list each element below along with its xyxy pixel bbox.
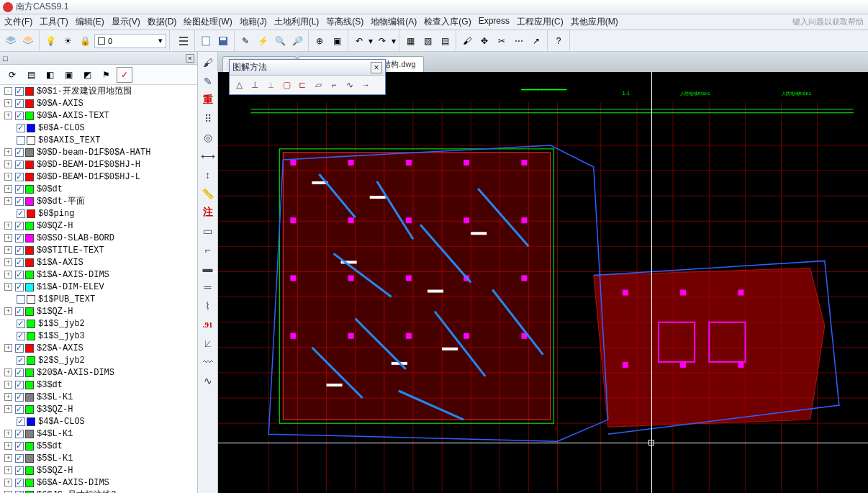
layer-row[interactable]: $1$S_jyb2: [0, 317, 197, 330]
layers2-icon[interactable]: [20, 33, 36, 49]
layer-row[interactable]: +$3$dt: [0, 379, 197, 391]
layer-row[interactable]: +$1$A-AXIS: [0, 256, 197, 268]
panel-close-icon[interactable]: ×: [186, 54, 194, 63]
tree-expand-icon[interactable]: +: [4, 479, 12, 487]
undo-icon[interactable]: ↶: [351, 33, 367, 49]
layer-color-swatch[interactable]: [25, 405, 34, 414]
layer-visibility-checkbox[interactable]: [15, 160, 24, 169]
layer-visibility-checkbox[interactable]: [15, 283, 24, 291]
menu-item[interactable]: 工程应用(C): [517, 16, 564, 28]
layer-visibility-checkbox[interactable]: [15, 466, 24, 475]
redo-icon[interactable]: ↷: [374, 33, 390, 49]
layer-row[interactable]: $4$A-CLOS: [0, 415, 197, 428]
vtool-ruler-icon[interactable]: 📏: [200, 186, 216, 202]
hatch-sq2-icon[interactable]: ⊏: [296, 78, 309, 91]
layer-color-swatch[interactable]: [25, 148, 34, 157]
layer-row[interactable]: +$5$QZ-H: [0, 464, 197, 476]
layer-visibility-checkbox[interactable]: [15, 381, 24, 389]
arrow-icon[interactable]: ↗: [528, 33, 544, 49]
dash-icon[interactable]: ⋯: [511, 33, 527, 49]
layer-visibility-checkbox[interactable]: [15, 173, 24, 181]
save-icon[interactable]: [215, 33, 231, 49]
lock-icon[interactable]: 🔒: [77, 33, 93, 49]
target-icon[interactable]: ⊕: [312, 33, 327, 49]
layer-color-swatch[interactable]: [25, 173, 34, 181]
layer-visibility-checkbox[interactable]: [17, 356, 25, 365]
layer-row[interactable]: +$0$D-BEAM-D1F$0$HJ-L: [0, 171, 197, 183]
layer-row[interactable]: +$3$QZ-H: [0, 403, 197, 415]
layer-color-swatch[interactable]: [25, 368, 34, 377]
layer-row[interactable]: +$1$A-AXIS-DIMS: [0, 268, 197, 281]
layer-color-swatch[interactable]: [25, 344, 34, 353]
layer-tree[interactable]: -$0$1-开发建设用地范围+$0$A-AXIS+$0$A-AXIS-TEXT$…: [0, 85, 197, 493]
layer-row[interactable]: +$0$dt-平面: [0, 195, 197, 207]
dialog-titlebar[interactable]: 图解方法 ×: [230, 60, 385, 76]
sun-icon[interactable]: ☀: [60, 33, 76, 49]
menu-item[interactable]: 绘图处理(W): [184, 16, 232, 28]
tree-expand-icon[interactable]: +: [4, 344, 12, 352]
layer-row[interactable]: -$0$1-开发建设用地范围: [0, 85, 197, 97]
layer-color-swatch[interactable]: [25, 234, 34, 243]
layer-row[interactable]: $0$A-CLOS: [0, 122, 197, 134]
menu-item[interactable]: 编辑(E): [76, 16, 104, 28]
layer-row[interactable]: +$6$A-AXIS-DIMS: [0, 476, 197, 489]
layer-color-swatch[interactable]: [25, 271, 34, 279]
layer-visibility-checkbox[interactable]: [15, 271, 24, 279]
layer-row[interactable]: $0$AXIS_TEXT: [0, 134, 197, 146]
layer-row[interactable]: +$3$L-K1: [0, 391, 197, 403]
layer-visibility-checkbox[interactable]: [15, 368, 24, 377]
zoom-in-icon[interactable]: 🔍: [272, 33, 288, 49]
vtool-hmeasure-icon[interactable]: ⟷: [200, 148, 216, 164]
vtool-para-icon[interactable]: ═: [200, 279, 216, 295]
layer-visibility-checkbox[interactable]: [15, 112, 24, 120]
help-icon[interactable]: ?: [551, 33, 566, 49]
layer-visibility-checkbox[interactable]: [15, 479, 24, 487]
layer-color-swatch[interactable]: [25, 99, 34, 108]
layer-row[interactable]: +$6$JG-尺寸标注线3: [0, 489, 197, 493]
layer-visibility-checkbox[interactable]: [15, 234, 24, 243]
tree-expand-icon[interactable]: +: [4, 430, 12, 438]
vtool-grid-icon[interactable]: ⠿: [200, 111, 216, 127]
layer-visibility-checkbox[interactable]: [17, 417, 25, 426]
hatch-line2-icon[interactable]: ⟂: [264, 78, 277, 91]
layer-row[interactable]: $2$S_jyb2: [0, 354, 197, 366]
layer-row[interactable]: +$0$A-AXIS: [0, 97, 197, 109]
layer-row[interactable]: +$0$QZ-H: [0, 220, 197, 232]
layer-visibility-checkbox[interactable]: [15, 430, 24, 438]
layer-visibility-checkbox[interactable]: [17, 136, 25, 145]
tree-expand-icon[interactable]: +: [4, 222, 12, 230]
layer-visibility-checkbox[interactable]: [15, 307, 24, 316]
menu-item[interactable]: 土地利用(L): [274, 16, 320, 28]
layer-color-swatch[interactable]: [25, 442, 34, 451]
grid-icon[interactable]: ▦: [402, 33, 418, 49]
layer-visibility-checkbox[interactable]: [15, 87, 24, 96]
vtool-vmeasure-icon[interactable]: ↕: [200, 167, 216, 183]
vtool-rect-icon[interactable]: ▭: [200, 223, 216, 239]
tree-expand-icon[interactable]: +: [4, 454, 12, 462]
layer-row[interactable]: +$0$D-BEAM-D1F$0$HJ-H: [0, 158, 197, 171]
fit-icon[interactable]: ▣: [329, 33, 345, 49]
layer-row[interactable]: +$2$A-AXIS: [0, 342, 197, 354]
tree-expand-icon[interactable]: +: [4, 148, 12, 156]
layer-color-swatch[interactable]: [25, 393, 34, 402]
vtool-circle-icon[interactable]: ◎: [200, 130, 216, 145]
layer-row[interactable]: $1$S_jyb3: [0, 330, 197, 342]
layer-color-swatch[interactable]: [27, 136, 35, 145]
layer-visibility-checkbox[interactable]: [15, 148, 24, 157]
layer-visibility-checkbox[interactable]: [15, 99, 24, 108]
vtool-wave2-icon[interactable]: ∿: [200, 373, 216, 389]
layer-color-swatch[interactable]: [27, 356, 35, 365]
hatch-method-dialog[interactable]: 图解方法 × △ ⊥ ⟂ ▢ ⊏ ▱ ⌐ ∿ →: [229, 59, 386, 95]
vtool-zhong[interactable]: 重: [200, 92, 216, 108]
tree-expand-icon[interactable]: +: [4, 197, 12, 205]
vtool-pen-icon[interactable]: ✎: [200, 73, 216, 89]
menu-item[interactable]: 地籍(J): [240, 16, 267, 28]
layer-row[interactable]: $1$PUB_TEXT: [0, 293, 197, 305]
layers-icon[interactable]: [3, 33, 19, 49]
tree-expand-icon[interactable]: +: [4, 112, 12, 119]
layer-row[interactable]: +$0$D-beam-D1F$0$A-HATH: [0, 146, 197, 158]
crop-icon[interactable]: ✂: [494, 33, 510, 49]
tree-expand-icon[interactable]: +: [4, 258, 12, 266]
check-icon[interactable]: ✓: [117, 67, 132, 83]
layer-color-swatch[interactable]: [25, 87, 34, 96]
